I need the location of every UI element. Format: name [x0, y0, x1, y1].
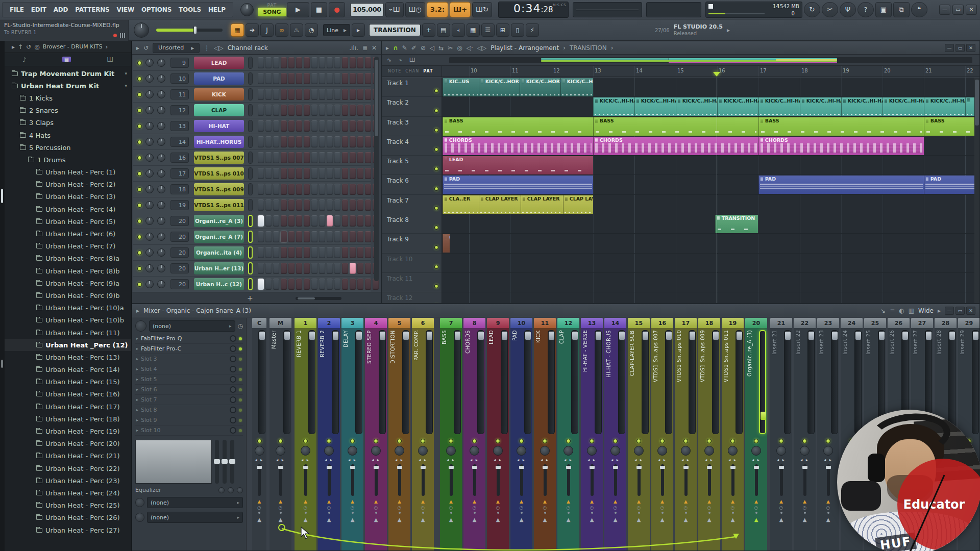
strip-pan-knob[interactable]	[823, 446, 833, 456]
strip-name[interactable]: Insert 29	[960, 330, 972, 436]
channel-volume-knob[interactable]	[157, 138, 165, 146]
time-display[interactable]: 0:34:28 M:S:CS	[498, 2, 569, 18]
step-cell[interactable]	[327, 279, 333, 290]
metronome-icon[interactable]: ♨	[290, 23, 303, 37]
strip-name[interactable]: DELAY	[343, 330, 355, 436]
fx-slot[interactable]: ▸ Slot 7	[135, 395, 243, 405]
step-cell[interactable]	[350, 263, 356, 274]
channel-select-pill[interactable]	[248, 278, 253, 290]
step-cell[interactable]	[296, 199, 302, 211]
channel-mute-led[interactable]	[137, 171, 142, 176]
step-cell[interactable]	[327, 152, 333, 163]
strip-input-fader[interactable]	[638, 464, 641, 496]
step-cell[interactable]	[365, 215, 371, 227]
mixer-route-icon[interactable]: ↘	[880, 307, 886, 314]
strip-number[interactable]: 24	[841, 318, 863, 328]
stereo-arrows-icon[interactable]: ◂ ▸	[365, 458, 387, 462]
step-cell[interactable]	[365, 247, 371, 258]
strip-mute-led[interactable]	[660, 439, 665, 443]
route-triangle-icon[interactable]: ▲	[675, 517, 697, 522]
strip-pan-knob[interactable]	[255, 446, 264, 456]
pattern-clip[interactable]: ≣CHORDS	[593, 137, 758, 155]
step-cell[interactable]	[319, 215, 325, 227]
fx-mix-knob[interactable]	[230, 345, 236, 352]
channel-name-button[interactable]: Urban H..c (12)	[194, 278, 244, 290]
stereo-arrows-icon[interactable]: ◂ ▸	[675, 458, 697, 462]
step-cell[interactable]	[304, 89, 310, 100]
channel-volume-knob[interactable]	[157, 248, 165, 257]
channel-pan-knob[interactable]	[145, 59, 154, 67]
channel-name-button[interactable]: LEAD	[194, 57, 244, 69]
stop-button[interactable]: ■	[311, 2, 327, 17]
loop-record-icon[interactable]: Ш↻	[472, 2, 492, 17]
stereo-arrows-icon[interactable]: ◂ ▸	[388, 458, 410, 462]
channel-volume-knob[interactable]	[157, 185, 165, 193]
menu-item[interactable]: EDIT	[28, 5, 50, 15]
fx-preset-dropdown[interactable]: (none)▸	[149, 320, 235, 332]
pattern-clip[interactable]: ≣CLAP LAYER	[479, 195, 521, 214]
tempo-display[interactable]: 105.000	[350, 3, 384, 16]
step-cell[interactable]	[350, 120, 356, 132]
step-cell[interactable]	[319, 231, 325, 242]
channel-mute-led[interactable]	[137, 266, 142, 271]
channel-volume-knob[interactable]	[157, 169, 165, 178]
step-cell[interactable]	[288, 73, 295, 84]
resource-monitor[interactable]: 14 1542 MB 0	[705, 2, 802, 18]
slip-tool-icon[interactable]: ⇆	[438, 44, 444, 52]
browser-item[interactable]: Trap Movement Drum Kit ▾	[5, 67, 131, 80]
channel-mixer-track-number[interactable]: 20	[170, 279, 189, 289]
swap-icon[interactable]: ◁▷	[214, 44, 223, 52]
step-cell[interactable]	[350, 152, 356, 163]
strip-fader[interactable]	[618, 330, 625, 434]
menu-item[interactable]: HELP	[205, 5, 229, 15]
clip-menu-icon[interactable]: ≣	[444, 138, 448, 142]
strip-fader[interactable]	[689, 330, 696, 434]
step-cell[interactable]	[342, 152, 348, 163]
track-name-row[interactable]: Track 4	[382, 136, 442, 156]
step-cell[interactable]	[350, 73, 356, 84]
stereo-arrows-icon[interactable]: ◂ ▸	[581, 458, 603, 462]
strip-mute-led[interactable]	[707, 439, 712, 443]
cut-tool-icon[interactable]: ✂	[822, 2, 838, 17]
strip-number[interactable]: 6	[412, 318, 434, 328]
strip-input-fader[interactable]	[497, 464, 500, 496]
channel-pan-knob[interactable]	[145, 248, 154, 257]
route-triangle-icon[interactable]: ▲	[534, 517, 556, 522]
pattern-clip[interactable]: ≣CHORDS	[443, 137, 593, 155]
strip-pan-knob[interactable]	[728, 446, 738, 456]
step-cell[interactable]	[258, 152, 264, 163]
channel-pan-knob[interactable]	[145, 280, 154, 288]
step-cell[interactable]	[265, 263, 272, 274]
step-cell[interactable]	[334, 168, 340, 179]
fx-enable-led[interactable]	[239, 419, 242, 422]
clip-menu-icon[interactable]: ≣	[719, 98, 722, 103]
tab-note[interactable]: NOTE	[388, 69, 401, 73]
fx-mix-knob[interactable]	[230, 386, 236, 393]
magnet-icon[interactable]: ∩	[393, 44, 398, 52]
route-triangle-icon[interactable]: ▲	[698, 517, 720, 522]
strip-pan-knob[interactable]	[371, 446, 381, 456]
step-cell[interactable]	[304, 73, 310, 84]
strip-number[interactable]: 21	[770, 318, 792, 328]
fader-handle[interactable]	[666, 332, 672, 340]
step-cell[interactable]	[281, 279, 287, 290]
strip-clock-icon[interactable]: ◷	[487, 505, 509, 510]
channel-mixer-track-number[interactable]: 16	[170, 153, 189, 163]
playlist-track-lane[interactable]: ≣PAD ≣PAD ≣PAD	[442, 175, 979, 194]
strip-mute-led[interactable]	[683, 439, 688, 443]
strip-number[interactable]: 20	[745, 318, 767, 328]
step-edit-icon[interactable]: ▦	[231, 23, 244, 37]
strip-mute-led[interactable]	[449, 439, 453, 443]
send-dropdown[interactable]: (none)▸	[147, 497, 243, 508]
step-cell[interactable]	[296, 263, 302, 274]
strip-name[interactable]: VTDS1 Sn..aps 010	[676, 330, 689, 436]
strip-number[interactable]: 26	[888, 318, 910, 328]
fx-enable-led[interactable]	[239, 347, 242, 350]
browser-undo-icon[interactable]: ↺	[26, 43, 31, 51]
fx-slot-label[interactable]: Slot 3	[141, 356, 157, 362]
strip-clock-icon[interactable]: ◷	[557, 505, 579, 510]
pattern-clip[interactable]: ≣KICK/C..HI-HAT	[924, 97, 965, 116]
channel-volume-knob[interactable]	[157, 154, 165, 162]
channel-mixer-track-number[interactable]: 20	[170, 216, 189, 226]
strip-fader[interactable]	[642, 330, 649, 434]
